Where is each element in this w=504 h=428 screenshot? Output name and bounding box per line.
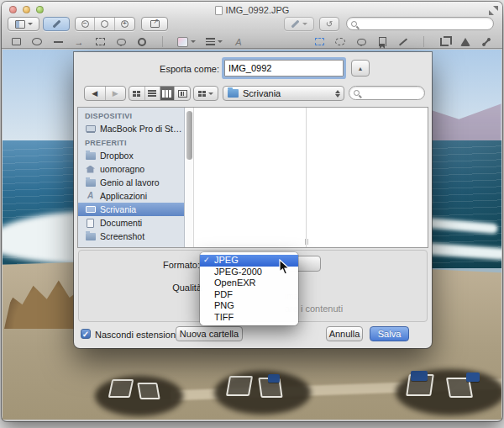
rotate-icon: ↺	[326, 19, 333, 29]
line-tool-button[interactable]	[52, 36, 64, 47]
sidebar: DISPOSITIVI MacBook Pro di St… PREFERITI…	[78, 108, 185, 247]
menu-item-png[interactable]: PNG	[200, 300, 298, 312]
sidebar-item-desktop[interactable]: Scrivania	[78, 203, 184, 216]
sidebar-item-documents[interactable]: Documenti	[78, 216, 184, 230]
dashed-rectangle-icon	[315, 38, 324, 45]
icon-view-button[interactable]	[129, 87, 145, 100]
column-view-button[interactable]	[160, 87, 176, 100]
list-view-button[interactable]	[145, 87, 160, 100]
panel-icon	[15, 20, 25, 29]
save-button[interactable]: Salva	[370, 326, 409, 341]
applications-icon: A	[85, 192, 96, 201]
nav-segmented-control: ◀ ▶	[84, 86, 126, 101]
color-well-button[interactable]	[177, 36, 196, 47]
ellipse-select-button[interactable]	[334, 36, 346, 47]
zoom-in-button[interactable]: +	[115, 18, 134, 30]
toolbar-divider	[423, 36, 424, 47]
photo-cushion	[466, 373, 480, 382]
sidebar-item-home[interactable]: uomoragno	[78, 162, 184, 176]
zoom-actual-button[interactable]	[95, 18, 114, 30]
marker-icon	[291, 20, 300, 29]
edit-toolbar-button[interactable]	[43, 17, 70, 31]
search-icon	[351, 21, 357, 27]
crop-button[interactable]	[438, 36, 450, 47]
new-folder-button[interactable]: Nuova cartella	[176, 326, 243, 341]
fullscreen-grip-icon[interactable]	[489, 6, 498, 15]
folder-icon	[85, 232, 96, 241]
browser-search-field[interactable]	[349, 86, 425, 100]
ellipse-tool-button[interactable]	[31, 36, 43, 47]
sidebar-item-macbook[interactable]: MacBook Pro di St…	[78, 122, 184, 135]
photo-beach-chair	[137, 383, 160, 399]
dashed-ellipse-icon	[335, 38, 345, 45]
sidebar-scrollbar[interactable]	[185, 108, 194, 247]
rectangle-tool-button[interactable]	[10, 36, 22, 47]
folder-icon	[228, 89, 239, 98]
callout-tool-button[interactable]	[115, 36, 127, 47]
rotate-button[interactable]: ↺	[319, 17, 339, 31]
mask-tool-button[interactable]	[136, 36, 148, 47]
column-resize-handle[interactable]	[302, 237, 311, 246]
chevron-down-icon	[28, 23, 33, 28]
sidebar-header-devices: DISPOSITIVI	[78, 110, 184, 122]
location-popup[interactable]: Scrivania	[223, 86, 344, 101]
sidebar-item-dropbox[interactable]: Dropbox	[78, 149, 184, 162]
scrollbar-thumb[interactable]	[186, 111, 192, 160]
menu-item-tiff[interactable]: TIFF	[200, 312, 298, 324]
coverflow-view-button[interactable]	[175, 87, 190, 100]
menu-item-pdf[interactable]: PDF	[200, 289, 298, 301]
hide-extension-checkbox[interactable]: ✓	[81, 329, 91, 339]
photo-cushion	[411, 371, 428, 381]
menu-item-openexr[interactable]: OpenEXR	[200, 277, 298, 289]
instant-alpha-button[interactable]	[459, 36, 471, 47]
arrow-tool-button[interactable]: →	[73, 36, 85, 47]
toolbar-search-field[interactable]	[346, 17, 494, 30]
column-divider	[306, 108, 307, 247]
forward-icon: ▶	[113, 89, 118, 98]
document-icon	[215, 6, 223, 15]
sidebar-item-screenshot[interactable]: Screenshot	[78, 230, 184, 243]
lasso-select-button[interactable]	[355, 36, 367, 47]
line-style-button[interactable]	[205, 36, 223, 47]
column-view-area[interactable]	[194, 108, 428, 247]
resize-tool-button[interactable]	[94, 36, 106, 47]
back-button[interactable]: ◀	[85, 87, 106, 100]
sidebar-item-applications[interactable]: AApplicazioni	[78, 189, 184, 203]
search-icon	[354, 90, 360, 96]
coverflow-icon	[178, 90, 187, 98]
arrow-icon: →	[75, 37, 84, 47]
alpha-triangle-icon	[460, 38, 470, 46]
home-icon	[85, 165, 96, 174]
line-icon	[54, 41, 63, 43]
location-label: Scrivania	[243, 88, 281, 98]
desktop-icon	[85, 205, 96, 214]
laptop-icon	[85, 124, 96, 134]
filename-field[interactable]	[224, 60, 344, 77]
forward-button[interactable]: ▶	[106, 87, 126, 100]
color-swatch-icon	[177, 37, 188, 47]
rect-select-button[interactable]	[313, 36, 325, 47]
crop-icon	[440, 38, 449, 46]
smart-lasso-button[interactable]	[376, 36, 388, 47]
photo-cushion	[268, 374, 280, 383]
text-tool-button[interactable]: A	[233, 36, 244, 47]
ring-icon	[138, 38, 146, 46]
cancel-button[interactable]: Annulla	[326, 326, 363, 341]
photo-beach-chair	[226, 376, 253, 396]
lasso-icon	[357, 39, 366, 45]
up-arrow-icon: ▲	[358, 66, 364, 71]
adjust-button[interactable]	[480, 36, 492, 47]
markup-pen-button[interactable]	[284, 17, 314, 31]
view-segmented-control	[129, 86, 191, 101]
dialog-footer: ✓ Nascondi estensione Nuova cartella Ann…	[74, 322, 432, 348]
pen-icon	[52, 20, 60, 29]
arrange-menu-button[interactable]	[193, 86, 218, 101]
share-button[interactable]: ↗	[141, 17, 168, 31]
instant-alpha-wand-button[interactable]	[397, 36, 409, 47]
collapse-dialog-button[interactable]: ▲	[351, 60, 370, 77]
sidebar-header-favorites: PREFERITI	[78, 137, 184, 149]
zoom-out-button[interactable]: −	[76, 18, 95, 30]
sidebar-item-genio[interactable]: Genio al lavoro	[78, 176, 184, 189]
sidebar-view-button[interactable]	[8, 17, 39, 31]
resize-icon	[96, 38, 105, 45]
